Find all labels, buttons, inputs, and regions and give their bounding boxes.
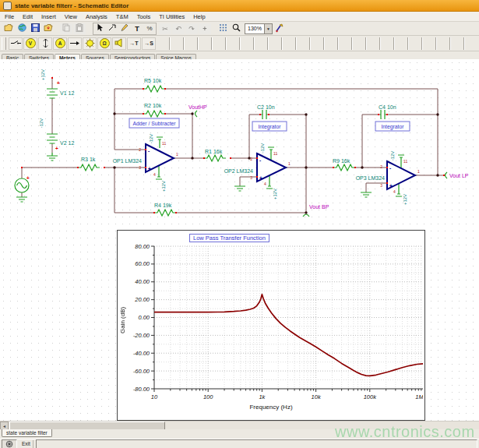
op3-pin4: 4 [393,189,396,194]
label-r5[interactable]: R5 10k [144,78,162,83]
annotation-adder-subtracter[interactable]: Adder / Subtracter [132,121,176,126]
pencil-tool-button[interactable] [118,23,131,34]
empty-toolbar-slots [157,37,477,50]
label-op1[interactable]: OP1 LM324 [113,158,142,164]
menu-file[interactable]: File [5,13,14,20]
label-r9[interactable]: R9 16k [333,158,350,164]
copy-icon [62,23,70,34]
net-voutlp[interactable]: Vout LP [449,173,469,178]
label-c4[interactable]: C4 10n [379,104,396,110]
menu-tm[interactable]: T&M [116,13,129,20]
app-icon [3,2,12,10]
annotation-integrator-2[interactable]: Integrator [381,124,404,130]
menu-analysis[interactable]: Analysis [86,13,107,20]
label-r3[interactable]: R3 1k [81,157,96,162]
toolbar-grip[interactable] [2,37,6,50]
voltage-pin-component-button[interactable] [38,37,52,50]
add-button[interactable]: + [199,23,211,34]
percent-tool-button[interactable]: % [143,23,156,34]
wattmeter-component-button[interactable] [83,37,97,50]
op2-pin11: 11 [273,151,277,156]
op1-pin3: 3 [139,165,141,170]
svg-text:1k: 1k [259,393,266,400]
ammeter-icon: A [55,38,65,48]
watermark-text: www.cntronics.com [335,423,475,441]
label-op3[interactable]: OP3 LM324 [356,175,385,181]
svg-text:60.00: 60.00 [135,260,150,267]
copy-button[interactable] [60,23,72,34]
label-r4[interactable]: R4 19k [154,203,172,208]
zoom-dropdown-arrow-icon[interactable]: ▼ [264,24,272,34]
interactive-switch-icon [275,23,284,34]
open-web-button[interactable] [16,23,28,34]
undo-button[interactable]: ↶ [172,23,185,34]
op3-pin2: 2 [380,164,382,169]
op2-pos-rail: +12V [273,189,277,199]
op2-minus: - [259,157,261,163]
undo-icon: ↶ [175,25,181,33]
annotation-integrator-1[interactable]: Integrator [258,124,281,130]
transfer-s-component-button[interactable]: →S [142,37,156,50]
select-tool-button[interactable] [93,23,106,34]
svg-text:40.00: 40.00 [135,278,150,285]
redo-icon: ↷ [188,25,195,33]
import-button[interactable] [42,23,55,34]
ohmmeter-component-button[interactable]: Ω [97,37,111,50]
op1-pin1: 1 [176,152,178,157]
label-v1[interactable]: V1 12 [60,90,74,96]
voltmeter-icon: V [26,38,36,48]
label-r2[interactable]: R2 10k [144,103,162,108]
interactive-mode-button[interactable] [273,23,286,34]
redo-button[interactable]: ↷ [185,23,198,34]
component-toolbar: V A Ω →T →S [0,36,479,51]
zoom-tool-button[interactable] [230,23,242,34]
status-mode-cell[interactable] [2,439,17,448]
op2-pin1: 1 [288,161,291,166]
menu-ti-utilities[interactable]: TI Utilities [159,13,185,20]
grid-toggle-button[interactable] [217,23,229,34]
label-op2[interactable]: OP2 LM324 [224,168,253,174]
globe-icon [18,23,26,34]
voltmeter-component-button[interactable]: V [23,37,37,50]
magnifier-icon [232,23,241,34]
text-tool-button[interactable]: T [131,23,143,34]
label-r1[interactable]: R1 16k [205,149,223,154]
svg-text:80.00: 80.00 [135,243,150,250]
save-button[interactable] [29,23,41,34]
label-c2[interactable]: C2 10n [257,104,275,110]
ohmmeter-icon: Ω [100,38,110,48]
open-folder-icon [4,23,14,34]
ammeter-component-button[interactable]: A [53,37,67,50]
current-arrow-icon [70,41,80,47]
paste-button[interactable] [73,23,86,34]
window-title: state variable filterr - Schematic Edito… [15,2,129,9]
grid-icon [219,23,227,34]
speaker-component-button[interactable] [112,37,126,50]
op2-plus: + [259,175,262,181]
schematic-canvas[interactable]: - + - + - + + + + [0,59,479,421]
menu-tools[interactable]: Tools [137,13,151,20]
menu-insert[interactable]: Insert [41,13,56,20]
op2-neg-rail: -12V [260,143,265,153]
zoom-level-combo[interactable]: 130% ▼ [245,23,273,34]
status-exit-button[interactable]: Exit [19,440,33,448]
label-v2[interactable]: V2 12 [60,140,74,146]
net-vouthp[interactable]: VoutHP [188,104,207,110]
svg-text:100: 100 [203,393,213,400]
speaker-icon [114,38,124,48]
current-arrow-component-button[interactable] [68,37,82,50]
menu-edit[interactable]: Edit [23,13,33,20]
open-file-button[interactable] [2,23,15,34]
sheet-tab[interactable]: state variable filter [2,429,52,437]
cut-button[interactable]: ✂ [159,23,171,34]
op3-pin11: 11 [403,159,407,164]
menu-help[interactable]: Help [193,13,205,20]
menu-view[interactable]: View [65,13,77,20]
svg-text:10: 10 [151,393,158,400]
transfer-t-component-button[interactable]: →T [127,37,141,50]
switch-component-button[interactable] [9,37,23,50]
folder-arrow-icon [44,23,54,34]
wire-tool-button[interactable] [106,23,118,34]
net-voutbp[interactable]: Vout BP [309,204,329,210]
op1-minus: - [148,148,150,153]
